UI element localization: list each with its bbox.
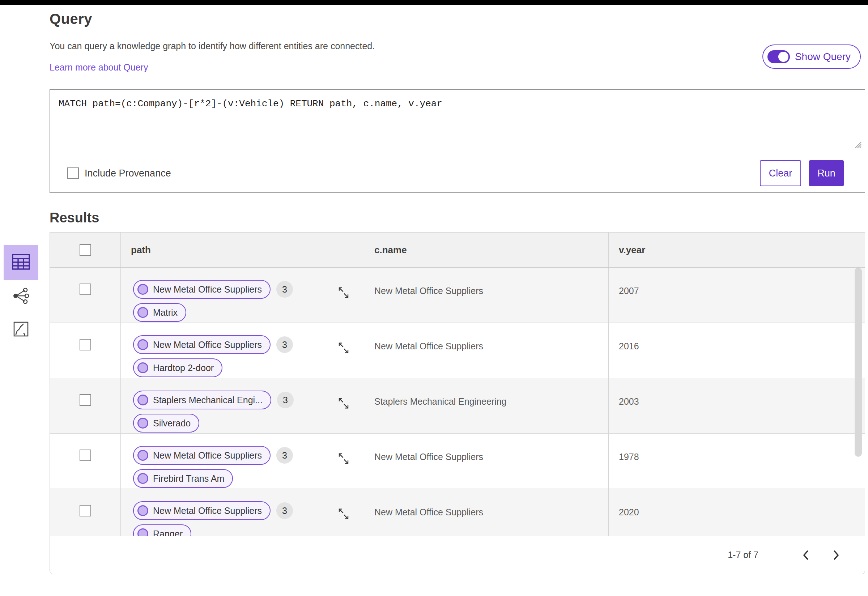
sketch-view-button[interactable]: [4, 313, 38, 347]
table-view-icon: [12, 254, 30, 271]
column-header-v-year: v.year: [609, 233, 865, 267]
row-checkbox[interactable]: [80, 339, 91, 350]
c-name-value: New Metal Office Suppliers: [364, 323, 609, 382]
page-title: Query: [50, 11, 865, 27]
resize-handle-icon[interactable]: [852, 139, 862, 151]
table-header-row: path c.name v.year: [50, 233, 865, 268]
table-view-button[interactable]: [4, 245, 38, 280]
expand-path-icon[interactable]: [338, 452, 349, 467]
v-year-value: 2020: [609, 489, 865, 536]
results-title: Results: [50, 210, 865, 226]
v-year-value: 2003: [609, 378, 865, 437]
v-year-value: 1978: [609, 434, 865, 492]
learn-more-link[interactable]: Learn more about Query: [50, 62, 148, 73]
pagination-bar: 1-7 of 7: [50, 536, 865, 574]
results-table: path c.name v.year New Metal Office Supp…: [50, 232, 865, 574]
table-row: New Metal Office Suppliers 3 Firebird Tr…: [50, 434, 865, 489]
path-node-chip[interactable]: Matrix: [133, 303, 186, 322]
node-icon: [137, 418, 148, 429]
show-query-label: Show Query: [795, 51, 851, 63]
expand-path-icon[interactable]: [338, 341, 349, 356]
column-header-path: path: [121, 233, 364, 267]
path-node-chip[interactable]: New Metal Office Suppliers: [133, 335, 270, 354]
node-icon: [137, 284, 148, 295]
node-icon: [137, 450, 148, 461]
edge-count-badge: 3: [276, 281, 293, 298]
table-row: New Metal Office Suppliers 3 Ranger: [50, 489, 865, 536]
network-view-button[interactable]: [4, 280, 38, 313]
scrollbar-track: [853, 268, 853, 536]
node-icon: [137, 473, 148, 484]
path-node-chip[interactable]: New Metal Office Suppliers: [133, 501, 270, 520]
table-body: New Metal Office Suppliers 3 Matrix: [50, 268, 865, 536]
query-text[interactable]: MATCH path=(c:Company)-[r*2]-(v:Vehicle)…: [50, 90, 865, 109]
node-icon: [137, 528, 148, 536]
run-button[interactable]: Run: [809, 160, 844, 186]
row-checkbox[interactable]: [80, 283, 91, 295]
path-node-chip[interactable]: Firebird Trans Am: [133, 469, 233, 488]
c-name-value: New Metal Office Suppliers: [364, 268, 609, 326]
path-node-chip[interactable]: New Metal Office Suppliers: [133, 280, 270, 299]
row-checkbox[interactable]: [80, 505, 91, 516]
query-editor: MATCH path=(c:Company)-[r*2]-(v:Vehicle)…: [50, 89, 865, 193]
pagination-range: 1-7 of 7: [728, 550, 759, 560]
chevron-left-icon[interactable]: [799, 548, 813, 562]
row-checkbox[interactable]: [80, 450, 91, 461]
c-name-value: New Metal Office Suppliers: [364, 489, 609, 536]
node-icon: [137, 362, 148, 373]
edge-count-badge: 3: [276, 502, 293, 519]
table-row: Staplers Mechanical Engi... 3 Silverado: [50, 378, 865, 434]
path-node-chip[interactable]: Staplers Mechanical Engi...: [133, 391, 271, 409]
select-all-checkbox[interactable]: [80, 244, 91, 256]
sketch-view-icon: [13, 321, 29, 339]
edge-count-badge: 3: [277, 392, 294, 408]
row-checkbox[interactable]: [80, 394, 91, 406]
query-input[interactable]: MATCH path=(c:Company)-[r*2]-(v:Vehicle)…: [50, 90, 865, 154]
expand-path-icon[interactable]: [338, 507, 349, 522]
node-icon: [137, 505, 148, 516]
table-row: New Metal Office Suppliers 3 Matrix: [50, 268, 865, 323]
path-node-chip[interactable]: New Metal Office Suppliers: [133, 446, 270, 465]
node-icon: [137, 395, 148, 406]
edge-count-badge: 3: [276, 447, 293, 464]
scrollbar-thumb[interactable]: [855, 268, 862, 457]
node-icon: [137, 339, 148, 350]
view-switcher: [4, 245, 38, 347]
c-name-value: New Metal Office Suppliers: [364, 434, 609, 492]
include-provenance-checkbox[interactable]: [67, 167, 79, 179]
path-node-chip[interactable]: Ranger: [133, 524, 191, 536]
c-name-value: Staplers Mechanical Engineering: [364, 378, 609, 437]
table-row: New Metal Office Suppliers 3 Hardtop 2-d…: [50, 323, 865, 378]
edge-count-badge: 3: [276, 336, 293, 353]
expand-path-icon[interactable]: [338, 396, 349, 412]
v-year-value: 2007: [609, 268, 865, 326]
node-icon: [137, 307, 148, 318]
include-provenance-label: Include Provenance: [85, 168, 171, 179]
v-year-value: 2016: [609, 323, 865, 382]
show-query-toggle[interactable]: Show Query: [762, 44, 861, 69]
network-view-icon: [12, 288, 30, 305]
clear-button[interactable]: Clear: [760, 160, 801, 186]
column-header-c-name: c.name: [364, 233, 609, 267]
window-top-border: [0, 0, 868, 5]
path-node-chip[interactable]: Silverado: [133, 414, 199, 432]
expand-path-icon[interactable]: [338, 286, 349, 301]
chevron-right-icon[interactable]: [828, 548, 843, 562]
path-node-chip[interactable]: Hardtop 2-door: [133, 358, 223, 377]
page-description: You can query a knowledge graph to ident…: [50, 41, 865, 52]
toggle-on-icon[interactable]: [768, 50, 790, 63]
